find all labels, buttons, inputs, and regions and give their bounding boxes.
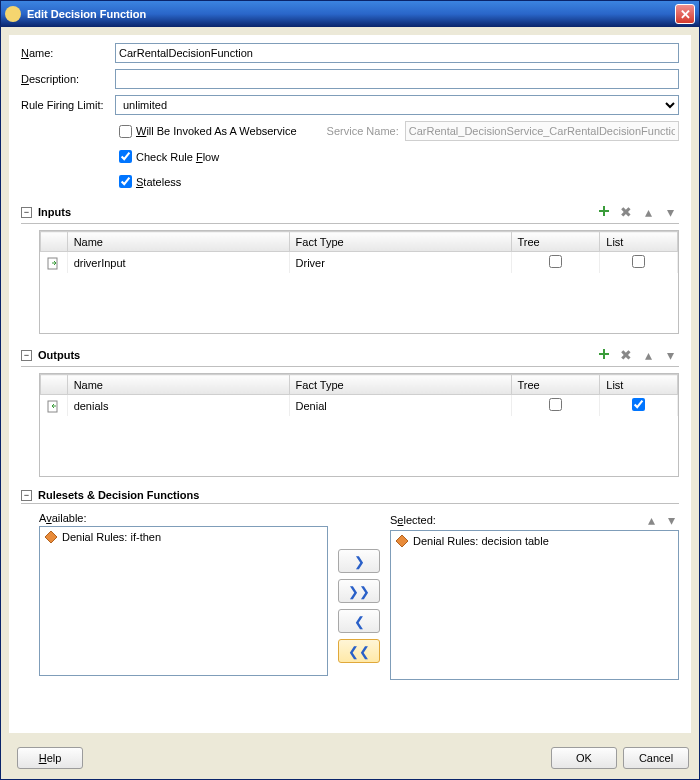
dialog-content: Name: Description: Rule Firing Limit: un… — [9, 35, 691, 733]
titlebar: Edit Decision Function ✕ — [1, 1, 699, 27]
list-item[interactable]: Denial Rules: decision table — [393, 533, 676, 549]
inputs-delete-button[interactable]: ✖ — [617, 203, 635, 221]
cancel-button[interactable]: Cancel — [623, 747, 689, 769]
close-button[interactable]: ✕ — [675, 4, 695, 24]
outputs-col-list[interactable]: List — [600, 375, 678, 395]
move-all-right-button[interactable]: ❯❯ — [338, 579, 380, 603]
outputs-delete-button[interactable]: ✖ — [617, 346, 635, 364]
inputs-col-fact[interactable]: Fact Type — [289, 232, 511, 252]
output-tree-checkbox[interactable] — [549, 398, 562, 411]
output-row-fact[interactable]: Denial — [289, 395, 511, 417]
inputs-header: − Inputs ✖ ▴ ▾ — [21, 203, 679, 224]
rule-firing-limit-select[interactable]: unlimited — [115, 95, 679, 115]
outputs-header: − Outputs ✖ ▴ ▾ — [21, 346, 679, 367]
outputs-move-down-button[interactable]: ▾ — [661, 346, 679, 364]
outputs-col-icon — [41, 375, 68, 395]
inputs-move-up-button[interactable]: ▴ — [639, 203, 657, 221]
service-name-label: Service Name: — [327, 125, 399, 137]
available-listbox[interactable]: Denial Rules: if-then — [39, 526, 328, 676]
ok-button[interactable]: OK — [551, 747, 617, 769]
rulesets-title: Rulesets & Decision Functions — [38, 489, 679, 501]
rule-firing-limit-row: Rule Firing Limit: unlimited — [21, 95, 679, 115]
outputs-collapse-toggle[interactable]: − — [21, 350, 32, 361]
name-row: Name: — [21, 43, 679, 63]
webservice-checkbox[interactable] — [119, 125, 132, 138]
outputs-add-button[interactable] — [595, 346, 613, 364]
output-list-checkbox[interactable] — [632, 398, 645, 411]
rulesets-header: − Rulesets & Decision Functions — [21, 489, 679, 504]
shuttle-buttons: ❯ ❯❯ ❮ ❮❮ — [338, 512, 380, 680]
selected-column: Selected: ▴ ▾ Denial Rules: decision tab… — [390, 512, 679, 680]
service-name-input — [405, 121, 679, 141]
help-button[interactable]: Help — [17, 747, 83, 769]
dialog-footer: Help OK Cancel — [1, 741, 699, 779]
selected-updown: ▴ ▾ — [643, 512, 679, 528]
inputs-col-list[interactable]: List — [600, 232, 678, 252]
stateless-label: Stateless — [136, 176, 181, 188]
rule-firing-limit-label: Rule Firing Limit: — [21, 99, 115, 111]
available-column: Available: Denial Rules: if-then — [39, 512, 328, 680]
check-rule-flow-row: Check Rule Flow — [115, 147, 679, 166]
inputs-col-name[interactable]: Name — [67, 232, 289, 252]
table-row[interactable]: driverInput Driver — [41, 252, 678, 274]
move-all-left-button[interactable]: ❮❮ — [338, 639, 380, 663]
outputs-header-row: Name Fact Type Tree List — [41, 375, 678, 395]
webservice-label: Will Be Invoked As A Webservice — [136, 125, 297, 137]
inputs-header-row: Name Fact Type Tree List — [41, 232, 678, 252]
move-left-button[interactable]: ❮ — [338, 609, 380, 633]
input-row-tree — [511, 252, 600, 274]
input-tree-checkbox[interactable] — [549, 255, 562, 268]
inputs-move-down-button[interactable]: ▾ — [661, 203, 679, 221]
input-row-list — [600, 252, 678, 274]
webservice-row: Will Be Invoked As A Webservice Service … — [115, 121, 679, 141]
inputs-title: Inputs — [38, 206, 595, 218]
output-row-list — [600, 395, 678, 417]
check-rule-flow-checkbox[interactable] — [119, 150, 132, 163]
outputs-table: Name Fact Type Tree List denials De — [40, 374, 678, 416]
selected-label: Selected: — [390, 514, 436, 526]
inputs-collapse-toggle[interactable]: − — [21, 207, 32, 218]
rulesets-dual-list: Available: Denial Rules: if-then ❯ ❯❯ ❮ … — [39, 512, 679, 680]
inputs-actions: ✖ ▴ ▾ — [595, 203, 679, 221]
outputs-section: − Outputs ✖ ▴ ▾ Name — [21, 346, 679, 477]
stateless-row: Stateless — [115, 172, 679, 191]
available-item-label: Denial Rules: if-then — [62, 531, 161, 543]
input-row-name[interactable]: driverInput — [67, 252, 289, 274]
input-row-fact[interactable]: Driver — [289, 252, 511, 274]
table-row[interactable]: denials Denial — [41, 395, 678, 417]
input-list-checkbox[interactable] — [632, 255, 645, 268]
outputs-table-wrap: Name Fact Type Tree List denials De — [39, 373, 679, 477]
inputs-col-icon — [41, 232, 68, 252]
stateless-checkbox[interactable] — [119, 175, 132, 188]
rulesets-collapse-toggle[interactable]: − — [21, 490, 32, 501]
webservice-checkbox-block: Will Be Invoked As A Webservice — [115, 122, 297, 141]
selected-listbox[interactable]: Denial Rules: decision table — [390, 530, 679, 680]
description-row: Description: — [21, 69, 679, 89]
inputs-table: Name Fact Type Tree List driverInput — [40, 231, 678, 273]
description-input[interactable] — [115, 69, 679, 89]
name-input[interactable] — [115, 43, 679, 63]
output-row-tree — [511, 395, 600, 417]
selected-move-up-button[interactable]: ▴ — [643, 512, 659, 528]
window-title: Edit Decision Function — [27, 8, 675, 20]
inputs-section: − Inputs ✖ ▴ ▾ Name — [21, 203, 679, 334]
name-label: Name: — [21, 47, 115, 59]
inputs-col-tree[interactable]: Tree — [511, 232, 600, 252]
inputs-add-button[interactable] — [595, 203, 613, 221]
outputs-move-up-button[interactable]: ▴ — [639, 346, 657, 364]
available-label: Available: — [39, 512, 87, 524]
outputs-col-name[interactable]: Name — [67, 375, 289, 395]
dialog-window: Edit Decision Function ✕ Name: Descripti… — [0, 0, 700, 780]
description-label: Description: — [21, 73, 115, 85]
selected-item-label: Denial Rules: decision table — [413, 535, 549, 547]
move-right-button[interactable]: ❯ — [338, 549, 380, 573]
selected-move-down-button[interactable]: ▾ — [663, 512, 679, 528]
rulesets-section: − Rulesets & Decision Functions Availabl… — [21, 489, 679, 680]
inputs-table-wrap: Name Fact Type Tree List driverInput — [39, 230, 679, 334]
outputs-actions: ✖ ▴ ▾ — [595, 346, 679, 364]
list-item[interactable]: Denial Rules: if-then — [42, 529, 325, 545]
outputs-col-tree[interactable]: Tree — [511, 375, 600, 395]
input-row-icon — [41, 252, 68, 274]
outputs-col-fact[interactable]: Fact Type — [289, 375, 511, 395]
output-row-name[interactable]: denials — [67, 395, 289, 417]
